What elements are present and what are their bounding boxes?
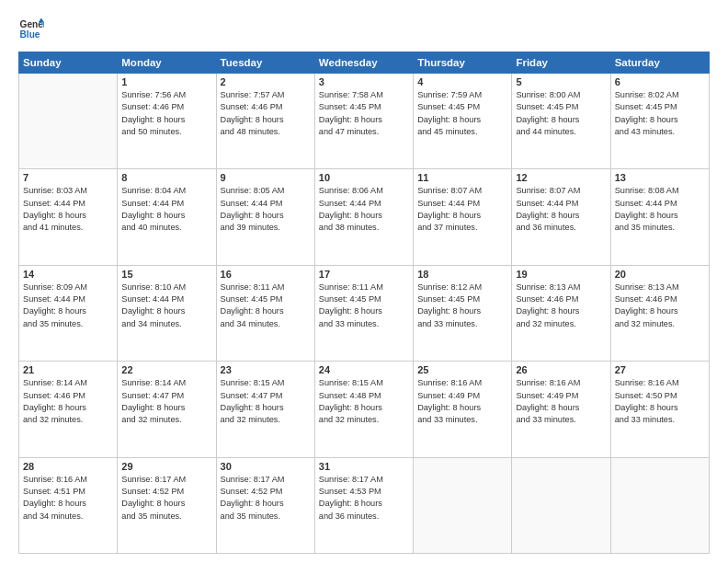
cell-line: Sunset: 4:46 PM xyxy=(23,390,113,402)
cell-line: Sunrise: 8:17 AM xyxy=(121,474,211,486)
cell-line: and 36 minutes. xyxy=(319,511,409,523)
day-number: 23 xyxy=(221,364,311,375)
calendar-cell: 31Sunrise: 8:17 AMSunset: 4:53 PMDayligh… xyxy=(314,457,413,553)
cell-line: and 35 minutes. xyxy=(221,511,311,523)
calendar-cell: 27Sunrise: 8:16 AMSunset: 4:50 PMDayligh… xyxy=(610,362,709,457)
cell-line: Sunrise: 8:17 AM xyxy=(221,474,311,486)
cell-line: Sunset: 4:50 PM xyxy=(615,390,705,402)
cell-line: Daylight: 8 hours xyxy=(121,402,211,414)
calendar-week-row: 1Sunrise: 7:56 AMSunset: 4:46 PMDaylight… xyxy=(19,74,710,169)
cell-line: Sunrise: 8:16 AM xyxy=(516,377,606,389)
cell-line: Sunset: 4:44 PM xyxy=(516,198,606,210)
calendar-cell: 4Sunrise: 7:59 AMSunset: 4:45 PMDaylight… xyxy=(414,74,512,169)
cell-line: Sunset: 4:46 PM xyxy=(516,293,606,305)
day-number: 1 xyxy=(121,76,211,87)
day-number: 3 xyxy=(319,76,409,87)
cell-line: and 33 minutes. xyxy=(417,318,507,330)
calendar-cell: 21Sunrise: 8:14 AMSunset: 4:46 PMDayligh… xyxy=(19,362,118,457)
calendar-cell: 20Sunrise: 8:13 AMSunset: 4:46 PMDayligh… xyxy=(610,265,709,361)
day-number: 17 xyxy=(319,269,409,280)
cell-line: Sunrise: 8:02 AM xyxy=(615,89,705,101)
cell-line: Sunrise: 8:16 AM xyxy=(417,377,507,389)
cell-line: Sunrise: 8:09 AM xyxy=(23,282,113,293)
day-number: 20 xyxy=(615,269,705,280)
header: General Blue xyxy=(18,17,710,42)
cell-line: and 34 minutes. xyxy=(221,318,311,330)
day-number: 27 xyxy=(615,364,705,375)
cell-line: Daylight: 8 hours xyxy=(121,305,211,317)
cell-line: Sunrise: 8:15 AM xyxy=(221,377,311,389)
cell-line: Sunset: 4:45 PM xyxy=(417,101,507,113)
cell-line: and 33 minutes. xyxy=(319,318,409,330)
day-number: 29 xyxy=(121,461,211,472)
cell-line: Daylight: 8 hours xyxy=(417,114,507,126)
cell-line: Daylight: 8 hours xyxy=(221,402,311,414)
day-number: 9 xyxy=(221,172,311,183)
day-number: 15 xyxy=(121,269,211,280)
weekday-header-cell: Tuesday xyxy=(216,52,314,74)
cell-line: Sunset: 4:44 PM xyxy=(23,293,113,305)
day-number: 13 xyxy=(615,172,705,183)
cell-line: and 38 minutes. xyxy=(319,222,409,234)
day-number: 19 xyxy=(516,269,606,280)
calendar-cell: 17Sunrise: 8:11 AMSunset: 4:45 PMDayligh… xyxy=(314,265,413,361)
cell-line: Sunrise: 8:00 AM xyxy=(516,89,606,101)
cell-line: Sunrise: 8:15 AM xyxy=(319,377,409,389)
cell-line: Sunrise: 8:05 AM xyxy=(221,185,311,197)
calendar-cell: 7Sunrise: 8:03 AMSunset: 4:44 PMDaylight… xyxy=(19,169,118,265)
calendar-cell: 26Sunrise: 8:16 AMSunset: 4:49 PMDayligh… xyxy=(512,362,610,457)
day-number: 11 xyxy=(417,172,507,183)
calendar-cell: 8Sunrise: 8:04 AMSunset: 4:44 PMDaylight… xyxy=(118,169,216,265)
weekday-header-cell: Friday xyxy=(512,52,610,74)
cell-line: Sunrise: 8:03 AM xyxy=(23,185,113,197)
cell-line: Daylight: 8 hours xyxy=(23,402,113,414)
cell-line: Daylight: 8 hours xyxy=(23,210,113,222)
calendar-cell: 3Sunrise: 7:58 AMSunset: 4:45 PMDaylight… xyxy=(314,74,413,169)
cell-line: Sunset: 4:44 PM xyxy=(319,198,409,210)
calendar-week-row: 14Sunrise: 8:09 AMSunset: 4:44 PMDayligh… xyxy=(19,265,710,361)
calendar-cell: 14Sunrise: 8:09 AMSunset: 4:44 PMDayligh… xyxy=(19,265,118,361)
cell-line: and 41 minutes. xyxy=(23,222,113,234)
cell-line: Daylight: 8 hours xyxy=(319,402,409,414)
cell-line: and 35 minutes. xyxy=(615,222,705,234)
cell-line: Daylight: 8 hours xyxy=(319,114,409,126)
cell-line: and 32 minutes. xyxy=(221,414,311,426)
cell-line: Sunset: 4:52 PM xyxy=(121,486,211,498)
cell-line: Daylight: 8 hours xyxy=(319,210,409,222)
cell-line: Sunset: 4:45 PM xyxy=(221,293,311,305)
weekday-header-cell: Thursday xyxy=(414,52,512,74)
calendar-cell: 28Sunrise: 8:16 AMSunset: 4:51 PMDayligh… xyxy=(19,457,118,553)
cell-line: Daylight: 8 hours xyxy=(121,210,211,222)
cell-line: Sunrise: 8:07 AM xyxy=(417,185,507,197)
cell-line: and 32 minutes. xyxy=(23,414,113,426)
cell-line: Sunset: 4:44 PM xyxy=(121,293,211,305)
cell-line: Sunset: 4:47 PM xyxy=(121,390,211,402)
day-number: 26 xyxy=(516,364,606,375)
cell-line: Sunrise: 8:14 AM xyxy=(121,377,211,389)
day-number: 21 xyxy=(23,364,113,375)
day-number: 8 xyxy=(121,172,211,183)
day-number: 2 xyxy=(221,76,311,87)
cell-line: and 32 minutes. xyxy=(516,318,606,330)
cell-line: Sunset: 4:44 PM xyxy=(417,198,507,210)
cell-line: and 40 minutes. xyxy=(121,222,211,234)
cell-line: Sunrise: 8:07 AM xyxy=(516,185,606,197)
cell-line: Sunset: 4:45 PM xyxy=(319,293,409,305)
cell-line: Sunrise: 8:13 AM xyxy=(516,282,606,293)
calendar-cell: 16Sunrise: 8:11 AMSunset: 4:45 PMDayligh… xyxy=(216,265,314,361)
cell-line: Sunrise: 8:13 AM xyxy=(615,282,705,293)
calendar-cell: 22Sunrise: 8:14 AMSunset: 4:47 PMDayligh… xyxy=(118,362,216,457)
cell-line: Sunset: 4:44 PM xyxy=(121,198,211,210)
calendar-cell: 18Sunrise: 8:12 AMSunset: 4:45 PMDayligh… xyxy=(414,265,512,361)
calendar-cell: 25Sunrise: 8:16 AMSunset: 4:49 PMDayligh… xyxy=(414,362,512,457)
calendar-cell: 30Sunrise: 8:17 AMSunset: 4:52 PMDayligh… xyxy=(216,457,314,553)
day-number: 30 xyxy=(221,461,311,472)
weekday-header-cell: Wednesday xyxy=(314,52,413,74)
cell-line: Sunset: 4:48 PM xyxy=(319,390,409,402)
cell-line: Daylight: 8 hours xyxy=(516,114,606,126)
calendar-cell: 5Sunrise: 8:00 AMSunset: 4:45 PMDaylight… xyxy=(512,74,610,169)
cell-line: and 35 minutes. xyxy=(121,511,211,523)
calendar-cell: 1Sunrise: 7:56 AMSunset: 4:46 PMDaylight… xyxy=(118,74,216,169)
cell-line: Sunrise: 8:12 AM xyxy=(417,282,507,293)
cell-line: and 33 minutes. xyxy=(516,414,606,426)
